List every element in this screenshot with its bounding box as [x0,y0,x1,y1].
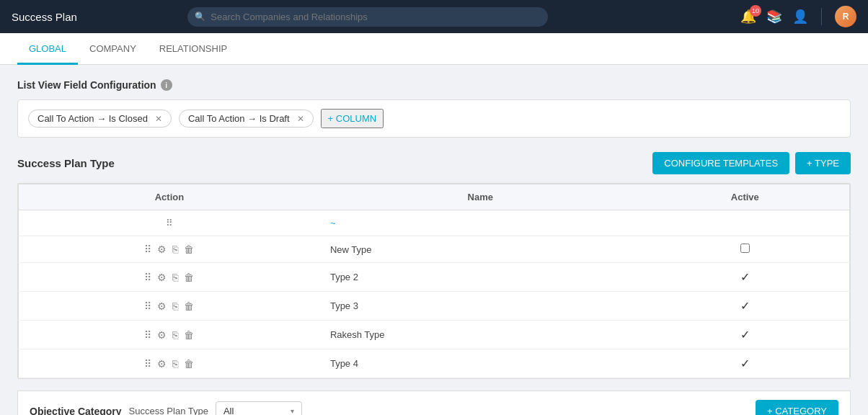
top-nav: Success Plan 🔍 🔔 10 📚 👤 R [0,0,868,33]
search-bar: 🔍 [187,7,548,27]
col-active: Active [641,184,850,210]
active-cell-3: ✓ [641,321,850,349]
copy-icon-3[interactable]: ⎘ [172,329,178,341]
drag-handle-0[interactable]: ⠿ [144,244,151,255]
name-cell-4: Type 4 [320,349,641,378]
configure-templates-button[interactable]: CONFIGURE TEMPLATES [652,152,789,174]
success-plan-type-label: Success Plan Type [129,406,208,415]
active-cell-editing [641,210,850,236]
copy-icon-2[interactable]: ⎘ [172,300,178,312]
list-view-section-header: List View Field Configuration i [17,79,851,91]
delete-icon-2[interactable]: 🗑 [184,300,194,312]
gear-icon-4[interactable]: ⚙ [157,358,167,370]
action-cell-0: ⠿ ⚙ ⎘ 🗑 [19,236,320,263]
checkmark-2: ✓ [740,300,750,312]
action-icons-0: ⠿ ⚙ ⎘ 🗑 [29,244,310,255]
objective-category-top-row: Objective Category Success Plan Type All… [18,391,850,415]
delete-icon-1[interactable]: 🗑 [184,272,194,283]
nav-divider [821,8,822,25]
table-row: ⠿ ⚙ ⎘ 🗑 Type 3 ✓ [19,292,850,321]
col-action: Action [19,184,320,210]
copy-icon-0[interactable]: ⎘ [172,244,178,255]
success-plan-type-title: Success Plan Type [17,157,115,169]
tab-global[interactable]: GLOBAL [17,33,78,65]
action-cell-4: ⠿ ⚙ ⎘ 🗑 [19,349,320,378]
active-cell-4: ✓ [641,349,850,378]
drag-handle-3[interactable]: ⠿ [144,329,151,341]
checkmark-3: ✓ [740,329,750,341]
action-cell-3: ⠿ ⚙ ⎘ 🗑 [19,321,320,349]
table-row: ⠿ ⚙ ⎘ 🗑 Rakesh Type ✓ [19,321,850,349]
success-plan-type-select[interactable]: All ▾ [216,401,302,415]
action-icons-1: ⠿ ⚙ ⎘ 🗑 [29,272,310,283]
name-cell-2: Type 3 [320,292,641,321]
checkmark-1: ✓ [740,271,750,283]
success-plan-type-header: Success Plan Type CONFIGURE TEMPLATES + … [17,152,851,174]
drag-icon[interactable]: ⠿ [166,218,173,228]
col-name: Name [320,184,641,210]
action-icons: ⠿ [29,218,310,228]
active-checkbox-0[interactable] [740,244,750,253]
chevron-down-icon: ▾ [291,407,294,415]
books-icon[interactable]: 📚 [766,9,782,24]
filter-tag-2-text: Call To Action → Is Draft [188,113,290,124]
search-icon: 🔍 [195,12,205,22]
gear-icon-2[interactable]: ⚙ [157,300,167,312]
success-plan-type-table-wrap: Action Name Active ⠿ ~ [17,183,851,379]
action-icons-4: ⠿ ⚙ ⎘ 🗑 [29,358,310,370]
filter-tag-1-text: Call To Action → Is Closed [37,113,148,124]
active-cell-0 [641,236,850,263]
action-icons-2: ⠿ ⚙ ⎘ 🗑 [29,300,310,312]
main-content: List View Field Configuration i Call To … [0,65,868,415]
action-cell-2: ⠿ ⚙ ⎘ 🗑 [19,292,320,321]
tab-relationship[interactable]: RELATIONSHIP [148,33,239,65]
objective-category-section: Objective Category Success Plan Type All… [17,391,851,415]
drag-handle-1[interactable]: ⠿ [144,272,151,283]
delete-icon-0[interactable]: 🗑 [184,244,194,255]
success-plan-type-table: Action Name Active ⠿ ~ [18,184,850,378]
table-row: ⠿ ⚙ ⎘ 🗑 Type 2 ✓ [19,263,850,292]
action-cell-1: ⠿ ⚙ ⎘ 🗑 [19,263,320,292]
copy-icon-1[interactable]: ⎘ [172,272,178,283]
active-cell-1: ✓ [641,263,850,292]
objective-category-left: Objective Category Success Plan Type All… [30,401,302,415]
filter-tag-2: Call To Action → Is Draft ✕ [179,110,314,128]
add-category-button[interactable]: + CATEGORY [756,400,838,415]
nav-icons: 🔔 10 📚 👤 R [740,6,856,27]
delete-icon-4[interactable]: 🗑 [184,358,194,370]
name-cell-3: Rakesh Type [320,321,641,349]
drag-handle-4[interactable]: ⠿ [144,358,151,370]
name-cell-0: New Type [320,236,641,263]
avatar[interactable]: R [835,6,856,27]
filter-tag-2-remove[interactable]: ✕ [297,114,304,124]
list-view-title: List View Field Configuration [17,79,156,91]
user-settings-icon[interactable]: 👤 [792,9,808,24]
success-plan-type-actions: CONFIGURE TEMPLATES + TYPE [652,152,851,174]
gear-icon-3[interactable]: ⚙ [157,329,167,341]
search-input[interactable] [187,7,548,27]
gear-icon-1[interactable]: ⚙ [157,272,167,283]
objective-category-title: Objective Category [30,406,122,416]
list-view-info-icon[interactable]: i [161,79,172,91]
notification-badge: 10 [750,5,761,17]
name-cell-1: Type 2 [320,263,641,292]
filter-tag-1-remove[interactable]: ✕ [155,114,162,124]
add-type-button[interactable]: + TYPE [795,152,851,174]
filter-tags-container: Call To Action → Is Closed ✕ Call To Act… [17,99,851,138]
tab-company[interactable]: COMPANY [78,33,148,65]
drag-handle-2[interactable]: ⠿ [144,300,151,312]
action-icons-3: ⠿ ⚙ ⎘ 🗑 [29,329,310,341]
avatar-initials: R [843,12,849,22]
delete-icon-3[interactable]: 🗑 [184,329,194,341]
sub-nav: GLOBAL COMPANY RELATIONSHIP [0,33,868,65]
table-row: ⠿ ⚙ ⎘ 🗑 New Type [19,236,850,263]
active-cell-2: ✓ [641,292,850,321]
name-cell-editing: ~ [320,210,641,236]
copy-icon-4[interactable]: ⎘ [172,358,178,370]
gear-icon-0[interactable]: ⚙ [157,244,167,255]
notifications-icon[interactable]: 🔔 10 [740,9,756,24]
table-header-row: Action Name Active [19,184,850,210]
checkmark-4: ✓ [740,357,750,370]
app-title: Success Plan [12,11,77,23]
add-column-button[interactable]: + COLUMN [321,109,384,128]
